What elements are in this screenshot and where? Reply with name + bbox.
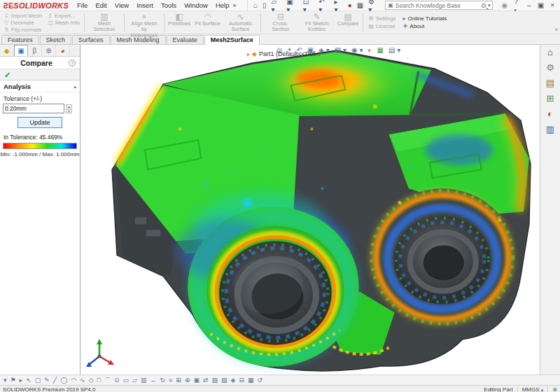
custom-properties-icon[interactable]: ▥ xyxy=(546,124,554,134)
menu-file[interactable]: File xyxy=(77,1,88,9)
toolbar-icon[interactable]: ▸ xyxy=(20,377,23,384)
view-palette-icon[interactable]: ⊞ xyxy=(547,93,554,104)
view-orientation-icon[interactable]: ◈ ▾ xyxy=(318,46,330,54)
toolbar-icon[interactable]: ▱ xyxy=(132,377,137,384)
tab-sketch[interactable]: Sketch xyxy=(40,35,72,44)
ribbon-online-tutorials[interactable]: ▸Online Tutorials xyxy=(403,15,447,23)
edit-appearance-icon[interactable]: ◐ xyxy=(368,46,372,54)
panel-tab-align[interactable]: ⊕ xyxy=(42,45,56,56)
menu-insert[interactable]: Insert xyxy=(136,1,153,9)
apply-scene-icon[interactable]: ▦ xyxy=(377,46,384,54)
toolbar-icon[interactable]: ⚑ xyxy=(10,377,16,384)
toolbar-icon[interactable]: ▦ xyxy=(248,377,254,384)
toolbar-icon[interactable]: ▥ xyxy=(141,377,147,384)
tolerance-input[interactable] xyxy=(3,104,64,113)
toolbar-icon[interactable]: ▭ xyxy=(123,377,130,384)
file-properties-icon[interactable]: ▦ xyxy=(357,1,363,9)
toolbar-icon[interactable]: ↺ xyxy=(258,377,263,384)
ribbon-cross-section[interactable]: ⊟Cross-Section xyxy=(262,12,299,33)
menu-edit[interactable]: Edit xyxy=(95,1,106,9)
toolbar-icon[interactable]: ⌒ xyxy=(104,376,111,385)
tab-surfaces[interactable]: Surfaces xyxy=(72,35,110,44)
file-explorer-icon[interactable]: ▤ xyxy=(546,78,554,88)
toolbar-icon[interactable]: ↔ xyxy=(150,377,157,384)
menu-help[interactable]: Help xyxy=(216,1,230,9)
globe-icon[interactable]: ⊕ xyxy=(552,386,557,392)
ribbon-import-mesh[interactable]: ↧Import Mesh xyxy=(4,12,42,19)
ribbon-decimate[interactable]: ▽Decimate xyxy=(4,19,42,26)
tab-evaluate[interactable]: Evaluate xyxy=(167,35,204,44)
tree-expander-icon[interactable]: ▸ xyxy=(247,51,250,57)
toolbar-icon[interactable]: ✎ xyxy=(44,377,50,384)
update-button[interactable]: Update xyxy=(18,117,62,128)
zoom-to-fit-icon[interactable]: ◎ xyxy=(276,46,283,54)
toolbar-icon[interactable]: ⊞ xyxy=(176,377,181,384)
toolbar-icon[interactable]: □ xyxy=(97,377,101,384)
view-settings-icon[interactable]: ▤ ▾ xyxy=(388,46,400,54)
toolbar-icon[interactable]: ⊙ xyxy=(114,377,120,384)
help-icon[interactable]: ? xyxy=(69,59,76,66)
ribbon-mesh-info[interactable]: ◫Mesh Info xyxy=(48,19,80,26)
toolbar-icon[interactable]: ▾ xyxy=(4,377,7,384)
ribbon-fit-surface[interactable]: ◠Fit Surface xyxy=(192,12,222,33)
restore-button[interactable]: ▣ xyxy=(538,1,544,9)
ribbon-compare[interactable]: ▤Compare xyxy=(335,12,361,33)
toolbar-icon[interactable]: ◈ xyxy=(231,377,236,384)
taskpane-home-icon[interactable]: ⌂ xyxy=(547,47,553,57)
model-3d[interactable] xyxy=(80,45,540,374)
rebuild-icon[interactable]: ● xyxy=(348,1,352,9)
panel-tab-properties[interactable]: β xyxy=(28,45,42,56)
toolbar-icon[interactable]: ◯ xyxy=(60,377,67,384)
search-caret-icon[interactable]: ▾ xyxy=(488,3,491,8)
ribbon-about[interactable]: ✛About xyxy=(403,22,447,30)
appearances-icon[interactable]: ◐ xyxy=(547,108,553,119)
previous-view-icon[interactable]: ↶ xyxy=(296,46,302,54)
ribbon-license[interactable]: ▤License xyxy=(369,22,396,30)
graphics-viewport[interactable]: ◎⌖↶▣◈ ▾▧ ▾◉ ▾◐▦▤ ▾ ▸ ◆ Part1 (Default<<D… xyxy=(80,45,540,374)
menu-view[interactable]: View xyxy=(115,1,129,9)
panel-tab-analysis[interactable]: ◕ xyxy=(56,45,70,56)
search-input[interactable] xyxy=(396,2,479,9)
display-style-icon[interactable]: ▧ ▾ xyxy=(335,46,346,54)
menu-tools[interactable]: Tools xyxy=(161,1,176,9)
search-icon[interactable] xyxy=(482,4,486,8)
section-view-icon[interactable]: ▣ xyxy=(307,46,314,54)
ribbon-flip-normals[interactable]: ⇅Flip normals xyxy=(4,26,42,33)
tab-mesh2surface[interactable]: Mesh2Surface xyxy=(204,35,260,45)
home-icon[interactable]: ⌂ xyxy=(253,1,258,9)
ribbon-fit-sketch-entities[interactable]: ✎Fit Sketch Entities xyxy=(299,12,335,33)
close-button[interactable]: × xyxy=(550,1,554,9)
pin-menu-icon[interactable]: ✦ xyxy=(230,1,239,9)
ok-button[interactable]: ✓ xyxy=(4,71,10,79)
hide-show-items-icon[interactable]: ◉ ▾ xyxy=(351,46,363,54)
toolbar-icon[interactable]: ╱ xyxy=(53,377,57,384)
toolbar-icon[interactable]: ◠ xyxy=(71,377,76,384)
ribbon-primitives[interactable]: ◧Primitives xyxy=(166,12,193,33)
ribbon-mesh-selection[interactable]: ▥Mesh Selection xyxy=(86,12,122,33)
sign-in-icon[interactable]: ◉ xyxy=(501,1,507,9)
toolbar-icon[interactable]: ▣ xyxy=(193,377,200,384)
design-library-icon[interactable]: ⚙ xyxy=(546,62,554,73)
toolbar-icon[interactable]: ▨ xyxy=(211,377,218,384)
units-selector[interactable]: MMGS ▴ xyxy=(522,386,544,392)
toolbar-icon[interactable]: ↻ xyxy=(160,377,166,384)
ribbon-automatic-surface[interactable]: ∿Automatic Surface xyxy=(223,12,259,33)
panel-tab-mesh2surface[interactable]: ▣ xyxy=(14,45,28,56)
new-file-icon[interactable]: ▯ xyxy=(262,1,267,9)
ribbon-pin-icon[interactable]: » xyxy=(554,26,558,33)
zoom-to-area-icon[interactable]: ⌖ xyxy=(288,46,292,54)
analysis-section-header[interactable]: Analysis ▴ xyxy=(0,80,80,92)
ribbon-align-mesh[interactable]: ⌖Align Mesh by References xyxy=(126,12,162,33)
tolerance-spin-up[interactable]: ▴ xyxy=(66,104,72,108)
ribbon-export[interactable]: ↥Export... xyxy=(48,12,80,19)
tab-features[interactable]: Features xyxy=(1,35,39,44)
panel-tab-model[interactable]: ◆ xyxy=(0,45,14,56)
toolbar-icon[interactable]: ∿ xyxy=(80,377,85,384)
toolbar-icon[interactable]: ⊟ xyxy=(239,377,244,384)
toolbar-icon[interactable]: ↖ xyxy=(26,377,31,384)
toolbar-icon[interactable]: ⊕ xyxy=(185,377,190,384)
toolbar-icon[interactable]: ▧ xyxy=(221,377,227,384)
toolbar-icon[interactable]: ▢ xyxy=(35,377,41,384)
toolbar-icon[interactable]: ⇄ xyxy=(203,377,209,384)
ribbon-settings[interactable]: ⚙Settings xyxy=(369,15,396,23)
